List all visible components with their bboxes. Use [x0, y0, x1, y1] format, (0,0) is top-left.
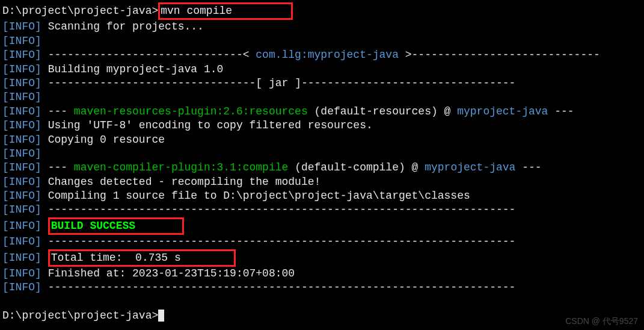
log-line-sep2: [INFO] ---------------------------------… — [2, 235, 642, 249]
log-line-build-success: [INFO] BUILD SUCCESS — [2, 217, 642, 235]
log-line-compiling: [INFO] Compiling 1 source file to D:\pro… — [2, 189, 642, 203]
log-line-sep1: [INFO] ---------------------------------… — [2, 203, 642, 217]
log-line-empty2: [INFO] — [2, 90, 642, 104]
cursor-icon — [158, 310, 164, 322]
log-line-empty-end — [2, 295, 642, 309]
log-line-total-time: [INFO] Total time: 0.735 s — [2, 249, 642, 267]
log-line-copy0: [INFO] Copying 0 resource — [2, 133, 642, 147]
log-line-project-sep: [INFO] ------------------------------< c… — [2, 48, 642, 62]
resources-plugin-name: maven-resources-plugin:2.6:resources — [67, 105, 308, 117]
build-success-text: BUILD SUCCESS — [51, 220, 135, 232]
watermark-text: CSDN @ 代号9527 — [565, 316, 638, 326]
log-line-utf8: [INFO] Using 'UTF-8' encoding to copy fi… — [2, 119, 642, 132]
info-close: ] — [35, 20, 41, 33]
log-line-empty: [INFO] — [2, 34, 642, 48]
log-line-building: [INFO] Building myproject-java 1.0 — [2, 63, 642, 76]
log-line-resources-plugin: [INFO] --- maven-resources-plugin:2.6:re… — [2, 105, 642, 119]
build-success-highlight: BUILD SUCCESS — [48, 217, 184, 235]
log-line-sep3: [INFO] ---------------------------------… — [2, 281, 642, 294]
command-highlight: mvn compile — [158, 2, 293, 20]
log-line-compiler-plugin: [INFO] --- maven-compiler-plugin:3.1:com… — [2, 161, 642, 175]
total-time-highlight: Total time: 0.735 s — [48, 249, 236, 267]
prompt-line-1: D:\project\project-java>mvn compile — [2, 2, 642, 20]
compiler-plugin-name: maven-compiler-plugin:3.1:compile — [67, 161, 288, 173]
log-line-finished: [INFO] Finished at: 2023-01-23T15:19:07+… — [2, 267, 642, 281]
log-line-jar: [INFO] --------------------------------[… — [2, 76, 642, 90]
info-label: INFO — [9, 20, 35, 33]
prompt-path-2: D:\project\project-java> — [2, 310, 158, 322]
info-open: [ — [2, 20, 9, 33]
command-text: mvn compile — [161, 5, 232, 17]
prompt-path: D:\project\project-java> — [2, 5, 158, 17]
log-line-scanning: [INFO] Scanning for projects... — [2, 20, 642, 34]
project-id: com.llg:myproject-java — [250, 49, 405, 61]
total-time-text: Total time: 0.735 s — [51, 252, 181, 264]
log-line-changes: [INFO] Changes detected - recompiling th… — [2, 175, 642, 189]
scan-text: Scanning for projects... — [41, 20, 204, 33]
log-line-empty3: [INFO] — [2, 147, 642, 161]
prompt-line-2[interactable]: D:\project\project-java> — [2, 309, 642, 323]
